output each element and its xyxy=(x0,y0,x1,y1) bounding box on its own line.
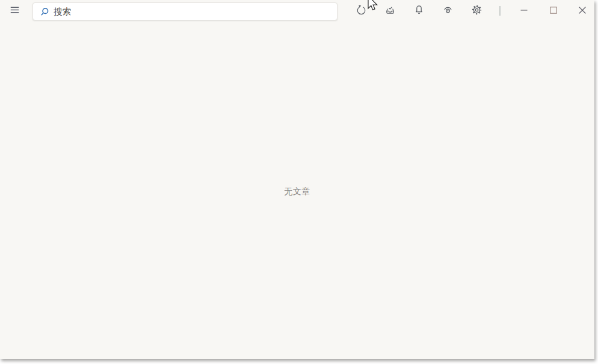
mark-all-read-button[interactable] xyxy=(378,0,402,22)
menu-button[interactable] xyxy=(4,0,25,22)
eye-icon xyxy=(442,4,454,17)
gear-icon xyxy=(471,4,482,17)
hamburger-icon xyxy=(9,4,20,17)
refresh-button[interactable] xyxy=(349,0,373,22)
close-button[interactable] xyxy=(570,0,594,22)
maximize-icon xyxy=(547,4,559,18)
minimize-icon xyxy=(518,4,530,18)
search-box xyxy=(32,2,338,20)
notifications-button[interactable] xyxy=(407,0,431,22)
inbox-check-icon xyxy=(384,4,396,17)
maximize-button[interactable] xyxy=(541,0,566,22)
minimize-button[interactable] xyxy=(512,0,536,22)
top-toolbar xyxy=(0,0,594,22)
bell-icon xyxy=(413,4,425,17)
empty-state-label: 无文章 xyxy=(0,187,594,197)
app-window: 无文章 xyxy=(0,0,594,359)
refresh-icon xyxy=(356,4,367,17)
toolbar-divider xyxy=(499,6,501,16)
search-input[interactable] xyxy=(33,3,337,20)
close-icon xyxy=(576,4,588,18)
read-filter-button[interactable] xyxy=(436,0,460,22)
settings-button[interactable] xyxy=(464,0,489,22)
